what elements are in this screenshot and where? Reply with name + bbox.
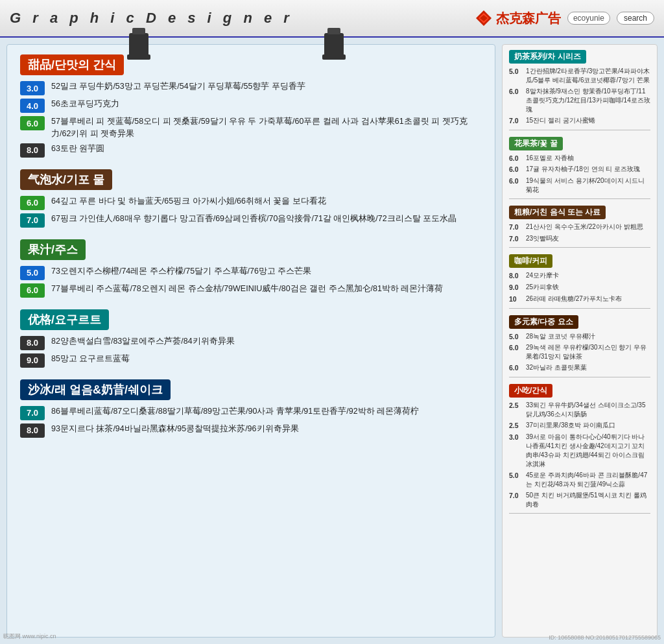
r-text: 39서로 마음이 통하다心心/40튀기다 바나나香蕉/41치킨 생사金趣/42데…	[526, 433, 650, 469]
menu-row: 6.064깊고 푸른 바다 및 하늘蓝天/65핑크 아가씨小姐/66취해서 꽃을…	[20, 195, 482, 210]
r-menu-row: 7.023잇빨吗友	[509, 234, 650, 244]
r-text: 23잇빨吗友	[526, 234, 650, 243]
right-card: 奶茶系列/차 시리즈5.01간란招牌/2타로香芋/3망고芒果/4파파야木瓜/5블…	[502, 44, 658, 638]
r-menu-row: 9.025카피拿铁	[509, 283, 650, 292]
menu-text: 56초코푸딩巧克力	[51, 98, 482, 110]
brand-name: 杰克森广告	[496, 10, 561, 27]
r-price: 5.0	[509, 471, 523, 481]
divider	[509, 513, 650, 514]
r-menu-row: 6.019식물의 서비스 용기杯/20데이지 시드니菊花	[509, 176, 650, 195]
divider	[509, 308, 650, 309]
r-text: 16포멜로 자香柚	[526, 154, 650, 163]
menu-text: 82양촌백설白雪/83알로에주스芦荟/84키위奇异果	[51, 335, 482, 348]
r-price: 10	[509, 294, 523, 304]
menu-row: 8.093문지르다 抹茶/94바닐라黑森林/95콩찰떡提拉米苏/96키위奇异果	[20, 423, 482, 438]
r-menu-row: 6.08말차抹茶/9재스민 향茉香/10푸딩布丁/11초콜릿巧克力/12红目/1…	[509, 87, 650, 114]
menu-text: 52밀크 푸딩牛奶/53망고 푸딩芒果/54달기 푸딩草莓/55향芋 푸딩香芋	[51, 80, 482, 93]
divider	[509, 198, 650, 199]
watermark-right: ID: 10658088 NO:20180517012755589065	[549, 634, 661, 641]
r-price: 5.0	[509, 332, 523, 342]
r-text: 21산사인 옥수수玉米/22아카시아 밝粗思	[526, 222, 650, 232]
section-title: 优格/요구르트	[20, 309, 109, 330]
r-price: 8.0	[509, 271, 523, 281]
diamond-icon	[475, 9, 493, 27]
section-section-yogurt: 优格/요구르트8.082양촌백설白雪/83알로에주스芦荟/84키위奇异果9.08…	[20, 309, 482, 368]
section-section-dessert: 甜品/단맛의 간식3.052밀크 푸딩牛奶/53망고 푸딩芒果/54달기 푸딩草…	[20, 54, 482, 158]
r-text: 26라떼 라떼焦糖/27카푸치노卡布	[526, 294, 650, 304]
menu-text: 86블루베리蓝莓/87오디桑葚/88딸기草莓/89망고芒果/90사과 青苹果/9…	[51, 405, 482, 418]
r-menu-row: 3.039서로 마음이 통하다心心/40튀기다 바나나香蕉/41치킨 생사金趣/…	[509, 433, 650, 469]
r-text: 33퇴긴 우유牛奶/34샐선 스테이크소고/35닭儿鸡/36소시지肠肠	[526, 401, 650, 419]
r-menu-row: 2.537미리里果/38호박 파이南瓜口	[509, 421, 650, 431]
left-sections: 甜品/단맛의 간식3.052밀크 푸딩牛奶/53망고 푸딩芒果/54달기 푸딩草…	[20, 54, 482, 438]
section-title: 沙冰/래 얼음&奶昔/쉐이크	[20, 379, 171, 400]
menu-row: 7.067핑크 가인佳人/68매우 향기롭다 망고百香/69삼페인香槟/70음악…	[20, 213, 482, 228]
r-price: 6.0	[509, 176, 523, 186]
r-menu-row: 7.050큰 치킨 버거鸡腿堡/51멕시코 치킨 롤鸡肉卷	[509, 491, 650, 509]
r-price: 6.0	[509, 87, 523, 97]
r-menu-row: 7.021산사인 옥수수玉米/22아카시아 밝粗思	[509, 222, 650, 232]
menu-row: 7.086블루베리蓝莓/87오디桑葚/88딸기草莓/89망고芒果/90사과 青苹…	[20, 405, 482, 420]
r-text: 50큰 치킨 버거鸡腿堡/51멕시코 치킨 롤鸡肉卷	[526, 491, 650, 509]
r-text: 19식물의 서비스 용기杯/20데이지 시드니菊花	[526, 176, 650, 195]
watermark-left: 昵图网 www.nipic.cn	[3, 632, 56, 641]
menu-text: 93문지르다 抹茶/94바닐라黑森林/95콩찰떡提拉米苏/96키위奇异果	[51, 423, 482, 435]
menu-row: 9.085망고 요구르트蓝莓	[20, 353, 482, 368]
menu-row: 6.077블루베리 주스蓝莓/78오렌지 레몬 쥬스金桔/79WEINIU威牛/…	[20, 283, 482, 298]
r-text: 15잔디 젤리 굼기사蜜蜷	[526, 116, 650, 125]
r-price: 7.0	[509, 116, 523, 126]
r-section-title: 粗粮/거친 음식 또는 사료	[509, 206, 606, 219]
menu-text: 85망고 요구르트蓝莓	[51, 353, 482, 365]
menu-row: 8.082양촌백설白雪/83알로에주스芦荟/84키위奇异果	[20, 335, 482, 350]
price-badge: 6.0	[20, 196, 45, 210]
menu-row: 3.052밀크 푸딩牛奶/53망고 푸딩芒果/54달기 푸딩草莓/55향芋 푸딩…	[20, 80, 482, 95]
divider	[509, 130, 650, 130]
section-title: 果汁/주스	[20, 239, 86, 260]
divider	[509, 377, 650, 377]
eco-badge: ecoyunie	[567, 12, 610, 25]
r-price: 2.5	[509, 401, 523, 411]
price-badge: 7.0	[20, 406, 45, 420]
r-section-r-coffee: 咖啡/커피8.024모카摩卡9.025카피拿铁1026라떼 라떼焦糖/27카푸치…	[509, 254, 650, 308]
r-menu-row: 6.017귤 유자차柚子/18인 연의 티 로즈玫瑰	[509, 165, 650, 174]
r-menu-row: 1026라떼 라떼焦糖/27카푸치노卡布	[509, 294, 650, 304]
menu-row: 6.057블루베리 피 젯蓝莓/58오디 피 젯桑葚/59달기 우유 두 가죽草…	[20, 115, 482, 140]
brand-logo: 杰克森广告	[475, 9, 561, 27]
search-button[interactable]: search	[617, 12, 654, 25]
price-badge: 4.0	[20, 99, 45, 113]
r-text: 1간란招牌/2타로香芋/3망고芒果/4파파야木瓜/5블루 베리蓝莓/6코코넛椰蓉…	[526, 67, 650, 85]
r-section-title: 咖啡/커피	[509, 254, 552, 268]
clip-right	[324, 33, 344, 56]
r-text: 17귤 유자차柚子/18인 연의 티 로즈玫瑰	[526, 165, 650, 174]
r-price: 6.0	[509, 363, 523, 373]
r-menu-row: 5.028녹알 코코넛 우유椰汁	[509, 332, 650, 342]
r-text: 37미리里果/38호박 파이南瓜口	[526, 421, 650, 430]
r-menu-row: 6.016포멜로 자香柚	[509, 154, 650, 163]
r-menu-row: 8.024모카摩卡	[509, 271, 650, 281]
r-price: 3.0	[509, 433, 523, 442]
r-text: 32바닐라 초콜릿果葉	[526, 363, 650, 372]
price-badge: 5.0	[20, 266, 45, 280]
r-price: 6.0	[509, 154, 523, 163]
section-section-soda: 气泡水/기포 물6.064깊고 푸른 바다 및 하늘蓝天/65핑크 아가씨小姐/…	[20, 169, 482, 228]
r-menu-row: 7.015잔디 젤리 굼기사蜜蜷	[509, 116, 650, 126]
r-price: 7.0	[509, 222, 523, 232]
r-section-title: 花果茶/꽃 꿀	[509, 137, 563, 150]
price-badge: 6.0	[20, 116, 45, 130]
r-menu-row: 6.029녹색 레몬 우유柠檬/30지스민 향기 우유果着/31망지 말抹茶	[509, 343, 650, 361]
menu-row: 4.056초코푸딩巧克力	[20, 98, 482, 113]
r-text: 8말차抹茶/9재스민 향茉香/10푸딩布丁/11초콜릿巧克力/12红目/13카피…	[526, 87, 650, 114]
r-section-title: 奶茶系列/차 시리즈	[509, 50, 586, 64]
r-price: 5.0	[509, 67, 523, 77]
r-price: 7.0	[509, 234, 523, 244]
divider	[509, 247, 650, 248]
clip-left	[129, 33, 148, 56]
price-badge: 3.0	[20, 81, 45, 95]
menu-text: 64깊고 푸른 바다 및 하늘蓝天/65핑크 아가씨小姐/66취해서 꽃을 보다…	[51, 195, 482, 208]
menu-row: 8.063토란 원芋圆	[20, 143, 482, 158]
price-badge: 6.0	[20, 283, 45, 298]
r-section-r-snack: 小吃/간식2.533퇴긴 우유牛奶/34샐선 스테이크소고/35닭儿鸡/36소시…	[509, 384, 650, 514]
r-section-r-multi: 多元素/다중 요소5.028녹알 코코넛 우유椰汁6.029녹색 레몬 우유柠檬…	[509, 315, 650, 377]
menu-text: 57블루베리 피 젯蓝莓/58오디 피 젯桑葚/59달기 우유 두 가죽草莓/6…	[51, 115, 482, 140]
r-menu-row: 5.045로운 주콰치肉/46바파 콘 크리블酥脆/47는 치킨花/48과자 퇴…	[509, 471, 650, 489]
